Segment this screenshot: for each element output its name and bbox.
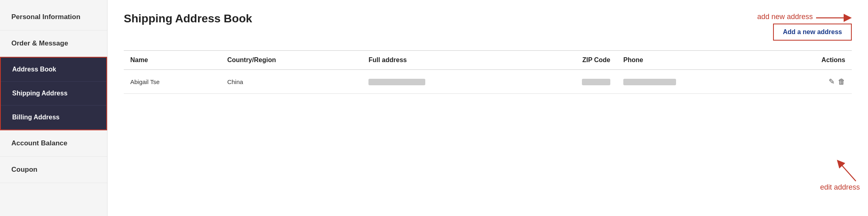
blurred-zip <box>582 79 610 85</box>
sidebar: Personal Information Order & Message Add… <box>0 0 108 216</box>
main-content: Shipping Address Book add new address Ad… <box>108 0 868 216</box>
add-button-area: add new address Add a new address <box>757 12 852 41</box>
table-body: Abigail Tse China ✎ 🗑 <box>124 70 852 94</box>
edit-arrow-icon <box>836 159 860 183</box>
add-annotation-row: add new address <box>757 12 852 24</box>
blurred-phone <box>623 79 676 85</box>
table-header: Name Country/Region Full address ZIP Cod… <box>124 51 852 70</box>
address-table: Name Country/Region Full address ZIP Cod… <box>124 50 852 94</box>
svg-line-3 <box>840 163 856 181</box>
col-name: Name <box>124 51 221 70</box>
col-zip: ZIP Code <box>522 51 617 70</box>
cell-full-address <box>362 70 522 94</box>
action-icons-container: ✎ 🗑 <box>774 77 845 86</box>
sidebar-item-account-balance[interactable]: Account Balance <box>0 130 107 157</box>
add-arrow-icon <box>815 12 852 24</box>
col-actions: Actions <box>767 51 852 70</box>
cell-zip <box>522 70 617 94</box>
col-country: Country/Region <box>221 51 362 70</box>
table-row: Abigail Tse China ✎ 🗑 <box>124 70 852 94</box>
delete-icon[interactable]: 🗑 <box>838 78 845 86</box>
edit-icon[interactable]: ✎ <box>829 77 835 86</box>
sidebar-item-coupon[interactable]: Coupon <box>0 157 107 183</box>
edit-annotation-label: edit address <box>820 183 860 192</box>
page-header: Shipping Address Book add new address Ad… <box>124 12 852 41</box>
add-new-annotation-label: add new address <box>757 13 813 21</box>
sidebar-item-billing-address[interactable]: Billing Address <box>1 106 106 130</box>
sidebar-item-address-book[interactable]: Address Book <box>1 58 106 82</box>
edit-annotation: edit address <box>820 159 860 192</box>
add-new-address-button[interactable]: Add a new address <box>773 24 852 41</box>
page-title: Shipping Address Book <box>124 12 252 25</box>
sidebar-item-shipping-address[interactable]: Shipping Address <box>1 82 106 106</box>
cell-actions: ✎ 🗑 <box>767 70 852 94</box>
col-phone: Phone <box>617 51 767 70</box>
col-full-address: Full address <box>362 51 522 70</box>
cell-phone <box>617 70 767 94</box>
cell-country: China <box>221 70 362 94</box>
sidebar-group-address: Address Book Shipping Address Billing Ad… <box>0 57 107 130</box>
sidebar-item-order-message[interactable]: Order & Message <box>0 30 107 57</box>
table-header-row: Name Country/Region Full address ZIP Cod… <box>124 51 852 70</box>
sidebar-item-personal-information[interactable]: Personal Information <box>0 4 107 30</box>
cell-name: Abigail Tse <box>124 70 221 94</box>
blurred-address <box>368 79 425 85</box>
